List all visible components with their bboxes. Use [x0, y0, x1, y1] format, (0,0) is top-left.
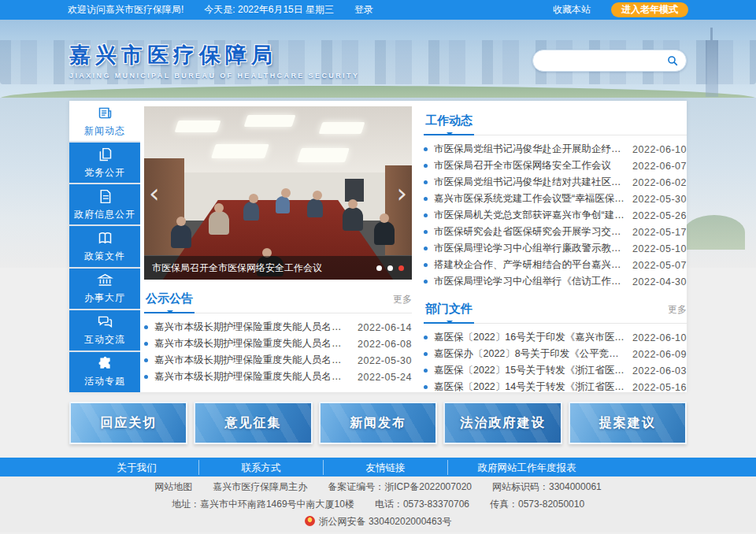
list-item-title[interactable]: 市医保局理论学习中心组举行《信访工作条例》专题... [434, 275, 624, 288]
elder-mode-button[interactable]: 进入老年模式 [611, 2, 688, 17]
chat-icon [97, 313, 113, 330]
list-item-date: 2022-06-14 [358, 322, 412, 333]
list-item-title[interactable]: 搭建校企合作、产学研相结合的平台嘉兴市长期护理... [434, 258, 624, 272]
list-item-title[interactable]: 嘉医保〔2022〕16号关于印发《嘉兴市医疗保... [434, 331, 624, 344]
list-item: 嘉兴市医保系统党建工作会议暨“幸福医保”党建联... 2022-05-30 [424, 191, 687, 207]
address-text: 地址：嘉兴市中环南路1469号中南大厦10楼 [172, 498, 354, 511]
list-item-title[interactable]: 市医保局召开全市医保网络安全工作会议 [434, 159, 624, 172]
list-item-title[interactable]: 市医保局党组书记冯俊华赴结对共建社区指导全国文... [434, 176, 624, 189]
quick-link-respond-concerns[interactable]: 回应关切 [69, 402, 187, 444]
main-content-card: 新闻动态 党务公开 政府信息公开 政策文件 办事大厅 [69, 101, 687, 392]
security-badge-link[interactable]: 浙公网安备 33040202000463号 [319, 516, 452, 527]
carousel-dots [376, 265, 404, 271]
carousel-dot-active[interactable] [398, 265, 404, 271]
quick-link-news-release[interactable]: 新闻发布 [319, 402, 437, 444]
list-item-title[interactable]: 嘉兴市医保系统党建工作会议暨“幸福医保”党建联... [434, 192, 624, 206]
notices-title: 公示公告 [144, 287, 195, 313]
sidebar-item-news[interactable]: 新闻动态 [69, 101, 140, 141]
footer-nav-link[interactable]: 政府网站工作年度报表 [478, 462, 576, 473]
list-item-title[interactable]: 市医保局理论学习中心组举行廉政警示教育专题学习... [434, 242, 624, 255]
search-button[interactable] [662, 51, 683, 70]
list-item-title[interactable]: 嘉兴市本级长期护理保险重度失能人员名单公示（2... [154, 370, 350, 384]
list-item-title[interactable]: 嘉医保〔2022〕15号关于转发《浙江省医疗保... [434, 364, 624, 377]
carousel-dot[interactable] [376, 265, 382, 271]
list-item-title[interactable]: 嘉兴市本级长期护理保险重度失能人员名单公示（2... [154, 337, 350, 350]
search-input[interactable] [543, 55, 662, 66]
footer-nav-link[interactable]: 友情链接 [366, 462, 406, 473]
sidebar-item-label: 新闻动态 [84, 124, 125, 138]
list-item-date: 2022-05-17 [632, 227, 687, 238]
hill-art [684, 215, 745, 250]
sitemap-link[interactable]: 网站地图 [154, 480, 192, 494]
bullet-icon [144, 342, 148, 346]
list-item-title[interactable]: 嘉兴市本级长期护理保险重度失能人员名单公示（2... [154, 354, 350, 367]
bullet-icon [424, 369, 428, 373]
quick-link-label: 法治政府建设 [460, 415, 545, 432]
list-item-date: 2022-05-10 [632, 243, 687, 254]
slide-art [212, 144, 270, 158]
favorite-link[interactable]: 收藏本站 [553, 3, 591, 17]
sidebar-item-party-affairs[interactable]: 党务公开 [69, 143, 140, 183]
login-link[interactable]: 登录 [354, 3, 373, 17]
slide-person-art [171, 224, 191, 248]
list-item: 市医保局理论学习中心组举行廉政警示教育专题学习... 2022-05-10 [424, 240, 687, 257]
sidebar-nav: 新闻动态 党务公开 政府信息公开 政策文件 办事大厅 [69, 101, 140, 392]
list-item-title[interactable]: 嘉医保办〔2022〕8号关于印发《公平竞争审查... [434, 347, 624, 361]
list-item-title[interactable]: 嘉兴市本级长期护理保险重度失能人员名单公示（2... [154, 321, 350, 334]
dept-files-title: 部门文件 [424, 297, 474, 324]
sidebar-item-label: 政府信息公开 [74, 208, 135, 221]
sidebar-item-label: 党务公开 [84, 166, 125, 180]
list-item: 市医保局理论学习中心组举行《信访工作条例》专题... 2022-04-30 [424, 273, 687, 290]
sidebar-item-policy-files[interactable]: 政策文件 [69, 226, 140, 266]
footer-nav-item: 政府网站工作年度报表 [448, 460, 606, 475]
list-item: 市医保研究会赴省医保研究会开展学习交流活动 2022-05-17 [424, 224, 687, 240]
notices-more-link[interactable]: 更多 [393, 293, 412, 313]
sidebar-item-label: 活动专题 [84, 375, 125, 388]
work-news-section-header: 工作动态 [424, 109, 687, 135]
quick-link-label: 新闻发布 [350, 415, 406, 432]
magnifier-icon [666, 54, 679, 67]
list-item-title[interactable]: 嘉医保〔2022〕14号关于转发《浙江省医疗保... [434, 380, 624, 394]
sidebar-item-label: 互动交流 [84, 333, 125, 347]
bullet-icon [424, 197, 428, 201]
icp-number: 备案证编号：浙ICP备2022007020 [328, 480, 472, 494]
list-item-date: 2022-06-10 [632, 332, 687, 343]
slide-art [297, 148, 350, 162]
sidebar-item-service-hall[interactable]: 办事大厅 [69, 269, 140, 309]
footer-nav-link[interactable]: 关于我们 [117, 462, 157, 473]
newspaper-icon [97, 105, 113, 121]
sidebar-item-gov-info[interactable]: 政府信息公开 [69, 184, 140, 224]
footer-nav-item: 联系方式 [199, 460, 324, 475]
carousel-dot[interactable] [387, 265, 393, 271]
sidebar-item-special-topics[interactable]: 活动专题 [69, 352, 140, 392]
carousel-prev-button[interactable]: ‹ [146, 181, 163, 205]
quick-link-law-government[interactable]: 法治政府建设 [443, 402, 561, 444]
site-logo: 嘉兴市医疗保障局 JIAXING MUNICIPAL BUREAU OF HEA… [69, 41, 359, 80]
bullet-icon [424, 230, 428, 234]
list-item-date: 2022-05-30 [632, 194, 687, 205]
list-item-title[interactable]: 市医保局党组书记冯俊华赴企开展助企纾困活动 [434, 143, 624, 156]
quick-link-opinion-collection[interactable]: 意见征集 [194, 402, 312, 444]
slide-art [345, 179, 364, 202]
quick-link-proposals[interactable]: 提案建议 [569, 402, 687, 444]
topbar: 欢迎访问嘉兴市医疗保障局! 今天是: 2022年6月15日 星期三 登录 收藏本… [0, 0, 756, 20]
sidebar-item-interaction[interactable]: 互动交流 [69, 310, 140, 350]
dept-files-list: 嘉医保〔2022〕16号关于印发《嘉兴市医疗保... 2022-06-10 嘉医… [424, 329, 687, 395]
slide-art [244, 115, 296, 127]
list-item-date: 2022-06-03 [632, 365, 687, 376]
dept-files-more-link[interactable]: 更多 [668, 303, 687, 323]
document-icon [97, 188, 113, 205]
book-icon [97, 230, 113, 247]
welcome-text: 欢迎访问嘉兴市医疗保障局! [68, 3, 183, 17]
list-item-date: 2022-06-10 [632, 144, 687, 155]
slide-art [319, 122, 365, 134]
list-item: 市医保局机关党总支部获评嘉兴市争创“建设清廉机... 2022-05-26 [424, 207, 687, 224]
footer-nav-link[interactable]: 联系方式 [242, 462, 281, 473]
dept-files-section-header: 部门文件 更多 [424, 297, 687, 324]
list-item: 嘉医保办〔2022〕8号关于印发《公平竞争审查... 2022-06-09 [424, 346, 687, 362]
carousel-caption[interactable]: 市医保局召开全市医保网络安全工作会议 [152, 261, 370, 275]
list-item-title[interactable]: 市医保局机关党总支部获评嘉兴市争创“建设清廉机... [434, 209, 624, 222]
phone-text: 电话：0573-83370706 [375, 498, 469, 511]
list-item-title[interactable]: 市医保研究会赴省医保研究会开展学习交流活动 [434, 225, 624, 239]
carousel-next-button[interactable]: › [393, 181, 410, 205]
